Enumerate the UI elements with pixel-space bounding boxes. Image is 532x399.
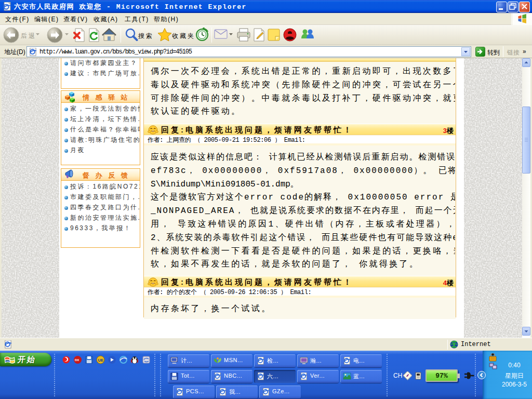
svg-text:DX: DX: [75, 358, 79, 362]
svg-text:UE: UE: [98, 358, 103, 363]
